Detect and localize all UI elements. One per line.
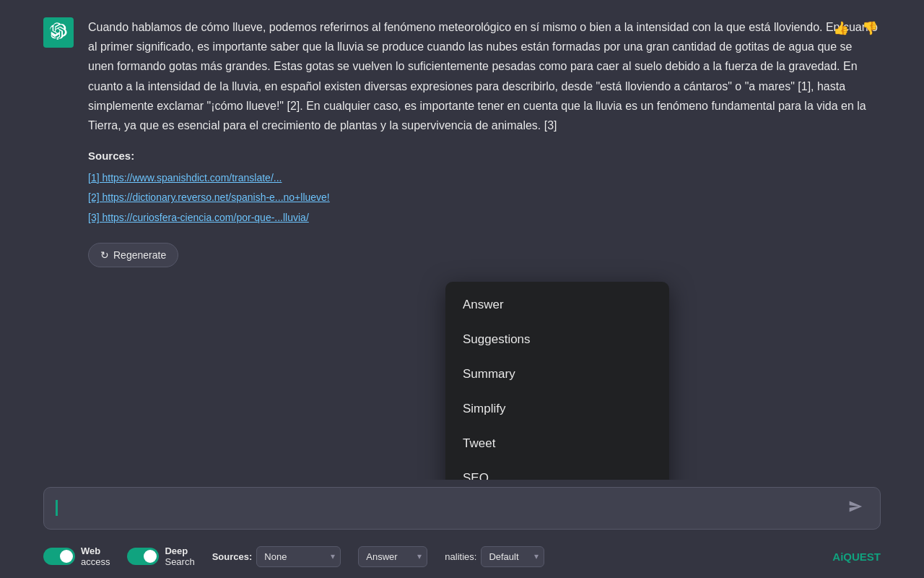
thumbs-down-button[interactable]: 👎 bbox=[859, 17, 881, 39]
source-link-1[interactable]: [1] https://www.spanishdict.com/translat… bbox=[88, 170, 881, 187]
answer-dropdown-wrapper: Answer Summary Simplify Tweet SEO bbox=[358, 546, 427, 567]
modalities-dropdown[interactable]: Default Detailed Concise bbox=[481, 546, 544, 567]
modalities-label: nalities: bbox=[445, 551, 476, 563]
menu-item-summary[interactable]: Summary bbox=[445, 357, 669, 392]
brand-logo[interactable]: AiQUEST bbox=[832, 551, 881, 563]
regen-icon: ↻ bbox=[100, 249, 109, 261]
menu-item-tweet[interactable]: Tweet bbox=[445, 426, 669, 461]
input-area bbox=[0, 480, 924, 538]
web-access-label: Webaccess bbox=[81, 545, 110, 568]
web-access-group: Webaccess bbox=[43, 545, 110, 568]
web-access-toggle[interactable] bbox=[43, 548, 75, 565]
sources-section: Sources: [1] https://www.spanishdict.com… bbox=[88, 147, 881, 227]
chat-input[interactable] bbox=[61, 499, 842, 517]
deep-search-label: DeepSearch bbox=[165, 545, 194, 568]
sources-dropdown-wrapper: None Google Bing DuckDuckGo bbox=[256, 546, 341, 567]
sources-label: Sources: bbox=[88, 147, 881, 165]
regen-label: Regenerate bbox=[113, 249, 166, 261]
brand-text: AiQUEST bbox=[832, 551, 881, 563]
regenerate-button[interactable]: ↻ Regenerate bbox=[88, 243, 178, 267]
answer-dropdown[interactable]: Answer Summary Simplify Tweet SEO bbox=[358, 546, 427, 567]
sources-dropdown[interactable]: None Google Bing DuckDuckGo bbox=[256, 546, 341, 567]
input-box bbox=[43, 487, 881, 530]
message-text: Cuando hablamos de cómo llueve, podemos … bbox=[88, 17, 881, 135]
menu-item-simplify[interactable]: Simplify bbox=[445, 392, 669, 426]
sources-dropdown-group: Sources: None Google Bing DuckDuckGo bbox=[212, 546, 341, 567]
menu-item-suggestions[interactable]: Suggestions bbox=[445, 322, 669, 357]
send-button[interactable] bbox=[842, 496, 868, 520]
message-body: Cuando hablamos de cómo llueve, podemos … bbox=[88, 17, 881, 267]
source-link-3[interactable]: [3] https://curiosfera-ciencia.com/por-q… bbox=[88, 210, 881, 227]
source-link-2[interactable]: [2] https://dictionary.reverso.net/spani… bbox=[88, 189, 881, 207]
avatar bbox=[43, 17, 74, 48]
menu-item-answer[interactable]: Answer bbox=[445, 288, 669, 322]
deep-search-group: DeepSearch bbox=[127, 545, 194, 568]
modalities-dropdown-wrapper: Default Detailed Concise bbox=[481, 546, 544, 567]
sources-dropdown-label: Sources: bbox=[212, 551, 253, 563]
message-row: Cuando hablamos de cómo llueve, podemos … bbox=[43, 17, 881, 267]
context-menu: Answer Suggestions Summary Simplify Twee… bbox=[445, 282, 669, 480]
bottom-bar: Webaccess DeepSearch Sources: None Googl… bbox=[0, 538, 924, 578]
send-icon bbox=[848, 499, 863, 514]
modalities-group: nalities: Default Detailed Concise bbox=[445, 546, 544, 567]
chatgpt-icon bbox=[50, 22, 67, 43]
thumbs-up-button[interactable]: 👍 bbox=[830, 17, 852, 39]
deep-search-toggle[interactable] bbox=[127, 548, 159, 565]
message-actions: 👍 👎 bbox=[830, 17, 881, 39]
main-content: 👍 👎 Cuando hablamos de cómo llueve, pode… bbox=[0, 0, 924, 480]
text-cursor bbox=[56, 500, 58, 516]
menu-item-seo[interactable]: SEO bbox=[445, 461, 669, 480]
